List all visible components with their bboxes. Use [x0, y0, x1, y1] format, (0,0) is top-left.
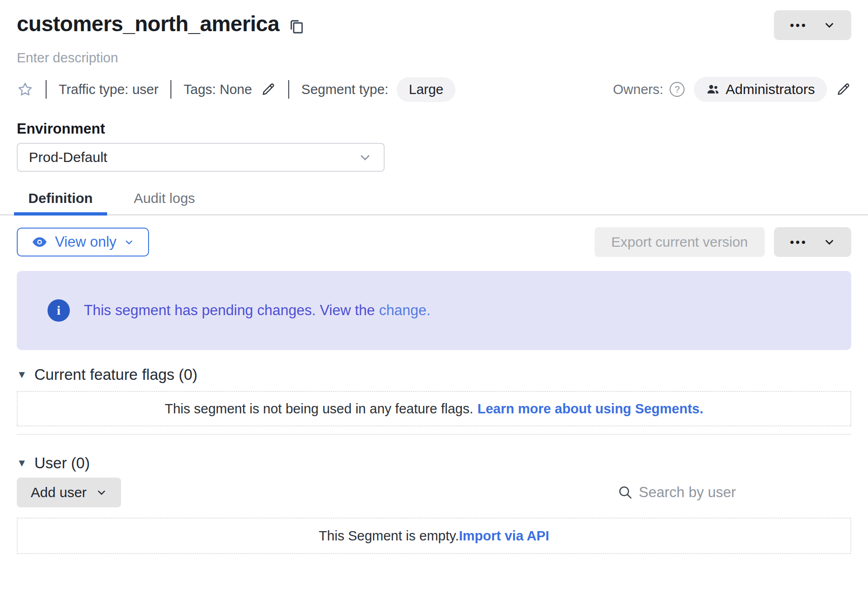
users-empty-state: This Segment is empty.Import via API — [17, 518, 851, 554]
chevron-down-icon — [124, 237, 134, 247]
view-only-button[interactable]: View only — [17, 228, 149, 256]
collapse-caret-icon: ▼ — [17, 458, 27, 468]
environment-select[interactable]: Prod-Default — [17, 143, 385, 172]
segment-type-label: Segment type: — [301, 82, 388, 97]
feature-flags-empty-text: This segment is not being used in any fe… — [165, 401, 474, 417]
title-row: customers_north_america ••• — [17, 10, 851, 40]
add-user-label: Add user — [31, 485, 87, 500]
view-only-label: View only — [55, 234, 116, 250]
feature-flags-empty-state: This segment is not being used in any fe… — [17, 391, 851, 426]
segment-detail-page: customers_north_america ••• Enter descri… — [0, 10, 868, 554]
feature-flags-section-header[interactable]: ▼ Current feature flags (0) — [17, 366, 851, 384]
traffic-type-label: Traffic type: user — [59, 82, 158, 97]
banner-message: This segment has pending changes. View t… — [84, 302, 375, 318]
toolbar-right: Export current version ••• — [595, 227, 851, 257]
pending-changes-banner: i This segment has pending changes. View… — [17, 271, 851, 350]
chevron-down-icon — [358, 150, 373, 165]
tab-audit-logs[interactable]: Audit logs — [120, 190, 209, 216]
eye-icon — [32, 234, 47, 250]
edit-owners-icon[interactable] — [835, 81, 851, 97]
meta-row: Traffic type: user Tags: None Segment ty… — [17, 80, 851, 99]
definition-toolbar: View only Export current version ••• — [17, 227, 851, 257]
owners-value: Administrators — [726, 81, 815, 97]
edit-tags-icon[interactable] — [260, 81, 276, 97]
users-empty-text: This Segment is empty. — [319, 528, 459, 544]
user-section-title: User (0) — [34, 454, 90, 472]
banner-text: This segment has pending changes. View t… — [84, 302, 430, 319]
add-user-button[interactable]: Add user — [17, 478, 121, 507]
export-current-version-button[interactable]: Export current version — [595, 227, 765, 257]
environment-selected-value: Prod-Default — [29, 149, 107, 165]
favorite-star-icon[interactable] — [17, 81, 34, 98]
help-icon[interactable]: ? — [670, 82, 685, 97]
user-section-header[interactable]: ▼ User (0) — [17, 454, 851, 472]
chevron-down-icon — [823, 19, 835, 31]
divider — [46, 80, 47, 99]
ellipsis-icon: ••• — [790, 20, 807, 31]
toolbar-more-menu-button[interactable]: ••• — [774, 227, 851, 257]
page-title: customers_north_america — [17, 10, 279, 37]
title-more-menu-button[interactable]: ••• — [774, 10, 851, 40]
feature-flags-section-title: Current feature flags (0) — [34, 366, 197, 384]
user-search — [617, 484, 851, 501]
divider — [170, 80, 171, 99]
owners-label: Owners: — [613, 82, 663, 97]
chevron-down-icon — [823, 236, 835, 248]
user-toolbar: Add user — [17, 478, 851, 507]
view-change-link[interactable]: change. — [379, 302, 430, 318]
learn-more-segments-link[interactable]: Learn more about using Segments. — [477, 401, 703, 417]
section-divider — [17, 434, 851, 435]
ellipsis-icon: ••• — [790, 236, 807, 248]
divider — [288, 80, 289, 99]
description-placeholder[interactable]: Enter description — [17, 50, 851, 66]
search-input[interactable] — [639, 484, 851, 501]
owners-badge[interactable]: Administrators — [694, 77, 827, 102]
tags-label: Tags: None — [183, 82, 252, 97]
chevron-down-icon — [96, 487, 107, 498]
collapse-caret-icon: ▼ — [17, 370, 27, 380]
import-via-api-link[interactable]: Import via API — [459, 528, 549, 544]
owners-group: Owners: ? Administrators — [613, 77, 851, 102]
info-icon: i — [47, 299, 70, 322]
people-icon — [706, 82, 720, 96]
search-icon — [617, 485, 633, 500]
tab-bar: Definition Audit logs — [0, 190, 868, 216]
environment-label: Environment — [17, 121, 851, 137]
segment-type-badge: Large — [397, 77, 455, 102]
tab-definition[interactable]: Definition — [14, 190, 107, 216]
copy-icon[interactable] — [288, 17, 305, 35]
